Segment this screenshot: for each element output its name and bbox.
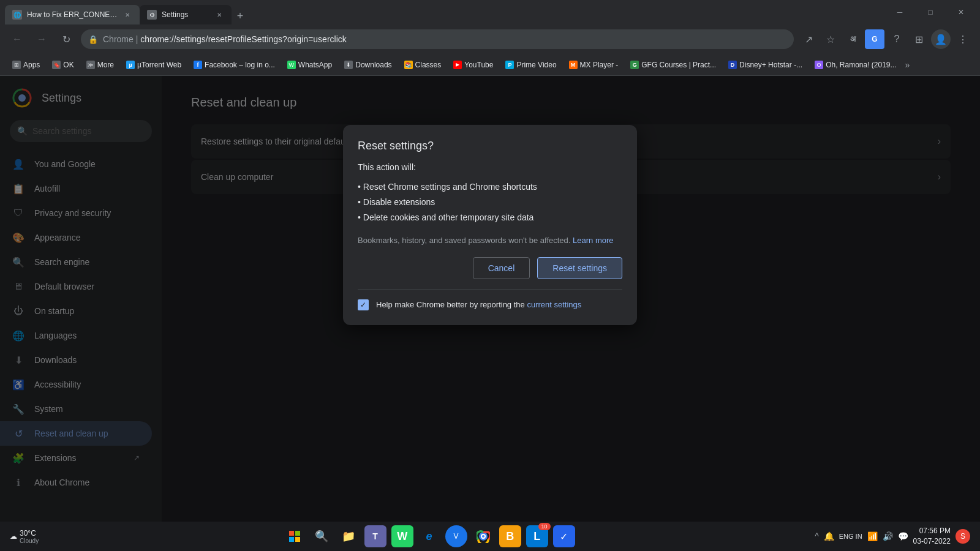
taskbar-vpn-button[interactable]: V [445, 525, 467, 547]
taskbar-whatsapp-icon: W [397, 530, 407, 543]
new-tab-button[interactable]: + [232, 7, 249, 24]
minimize-button[interactable]: ─ [886, 2, 914, 22]
taskbar-teams-button[interactable]: T [364, 525, 386, 547]
taskbar-teams-icon: T [372, 531, 378, 541]
bookmark-utorrent[interactable]: µ µTorrent Web [121, 58, 186, 72]
tab-1-favicon: 🌐 [12, 10, 22, 20]
bookmark-apps-label: Apps [23, 61, 40, 69]
weather-temp: 30°C [20, 529, 39, 538]
bookmark-gfg-icon: G [630, 61, 639, 69]
bookmark-mxplayer[interactable]: M MX Player - [564, 58, 624, 72]
taskbar-clock[interactable]: 07:56 PM 03-07-2022 [913, 526, 951, 547]
cancel-button[interactable]: Cancel [473, 257, 530, 279]
google-password-button[interactable]: G [865, 29, 884, 49]
wifi-icon[interactable]: 📶 [867, 531, 878, 541]
language-indicator[interactable]: ENG IN [839, 533, 862, 540]
taskbar-edge-icon: e [426, 530, 432, 543]
navigation-bar: ← → ↻ 🔒 Chrome | chrome://settings/reset… [0, 24, 980, 54]
bookmark-utorrent-label: µTorrent Web [137, 61, 181, 69]
bookmark-classes[interactable]: 📚 Classes [399, 58, 447, 72]
address-text: Chrome | chrome://settings/resetProfileS… [103, 34, 347, 44]
close-button[interactable]: ✕ [947, 2, 975, 22]
window-controls: ─ □ ✕ [886, 2, 975, 22]
notifications-icon[interactable]: 🔔 [824, 531, 834, 541]
clock-date: 03-07-2022 [913, 536, 951, 547]
bookmark-button[interactable]: ☆ [821, 29, 840, 49]
taskbar-edge-button[interactable]: e [418, 525, 440, 547]
tab-2-title: Settings [162, 10, 209, 19]
svg-rect-3 [295, 531, 300, 536]
maximize-button[interactable]: □ [916, 2, 944, 22]
svg-point-10 [482, 535, 484, 538]
bookmark-youtube[interactable]: ▶ YouTube [448, 58, 498, 72]
reset-settings-button[interactable]: Reset settings [537, 257, 622, 279]
taskbar-search-button[interactable]: 🔍 [311, 525, 333, 547]
address-url: chrome://settings/resetProfileSettings?o… [140, 34, 347, 44]
back-button[interactable]: ← [7, 29, 27, 49]
tab-2-close[interactable]: ✕ [214, 10, 224, 20]
bookmark-whatsapp[interactable]: W WhatsApp [282, 58, 337, 72]
bookmark-downloads-icon: ⬇ [344, 61, 353, 69]
taskbar-store-button[interactable]: B [499, 525, 521, 547]
bookmark-facebook[interactable]: f Facebook – log in o... [189, 58, 280, 72]
bookmark-ok[interactable]: 🔖 OK [47, 58, 78, 72]
bookmark-ok-label: OK [63, 61, 74, 69]
extensions-button[interactable]: ⊞ [909, 29, 929, 49]
start-button[interactable] [284, 525, 306, 547]
bookmarks-bar: ⊞ Apps 🔖 OK ≫ More µ µTorrent Web f Face… [0, 54, 980, 76]
chat-icon[interactable]: 💬 [898, 531, 908, 541]
bookmark-classes-label: Classes [415, 61, 442, 69]
taskbar-center: 🔍 📁 T W e V [46, 525, 812, 547]
bookmark-ramona-icon: O [815, 61, 823, 69]
bookmark-mxplayer-label: MX Player - [580, 61, 619, 69]
dialog-action-2: • Disable extensions [358, 195, 622, 210]
dialog-action-3: • Delete cookies and other temporary sit… [358, 210, 622, 225]
taskbar-whatsapp-button[interactable]: W [391, 525, 413, 547]
reload-button[interactable]: ↻ [56, 29, 76, 49]
weather-condition: Cloudy [20, 538, 39, 544]
help-button[interactable]: ? [887, 29, 907, 49]
translate-button[interactable]: अ [843, 29, 862, 49]
taskbar-tasks-button[interactable]: ✓ [553, 525, 575, 547]
bookmark-prime-icon: P [505, 61, 514, 69]
bookmark-ramona[interactable]: O Oh, Ramona! (2019... [810, 58, 901, 72]
notification-center-button[interactable]: S [956, 529, 970, 544]
dialog-current-settings-link[interactable]: current settings [527, 300, 581, 309]
bookmark-classes-icon: 📚 [404, 61, 413, 69]
menu-button[interactable]: ⋮ [953, 29, 973, 49]
dialog-title: Reset settings? [358, 140, 622, 152]
bookmark-prime[interactable]: P Prime Video [500, 58, 561, 72]
forward-button[interactable]: → [32, 29, 51, 49]
bookmark-whatsapp-icon: W [287, 61, 296, 69]
taskbar-vpn-icon: V [454, 532, 459, 541]
address-bar[interactable]: 🔒 Chrome | chrome://settings/resetProfil… [81, 29, 794, 49]
share-button[interactable]: ↗ [799, 29, 818, 49]
bookmark-facebook-icon: f [194, 61, 202, 69]
volume-icon[interactable]: 🔊 [883, 531, 893, 541]
chevron-up-icon[interactable]: ^ [815, 531, 819, 541]
bookmark-more-label: More [97, 61, 114, 69]
bookmark-apps[interactable]: ⊞ Apps [7, 58, 45, 72]
bookmark-whatsapp-label: WhatsApp [298, 61, 332, 69]
taskbar-explorer-button[interactable]: 📁 [337, 525, 360, 547]
taskbar-mail-button[interactable]: L [526, 525, 548, 547]
bookmark-disney-icon: D [728, 61, 737, 69]
tab-2[interactable]: ⚙ Settings ✕ [140, 5, 232, 24]
bookmark-gfg[interactable]: G GFG Courses | Pract... [625, 58, 721, 72]
bookmark-downloads-label: Downloads [355, 61, 391, 69]
tab-1-close[interactable]: ✕ [123, 10, 132, 20]
tab-1[interactable]: 🌐 How to Fix ERR_CONNECTION_R... ✕ [5, 5, 140, 24]
svg-rect-2 [289, 531, 294, 536]
dialog-learn-more-link[interactable]: Learn more [573, 236, 613, 245]
bookmark-more[interactable]: ≫ More [81, 58, 119, 72]
bookmark-downloads[interactable]: ⬇ Downloads [339, 58, 396, 72]
help-chrome-checkbox[interactable]: ✓ [358, 299, 369, 310]
bookmark-utorrent-icon: µ [126, 61, 135, 69]
bookmark-disney[interactable]: D Disney+ Hotstar -... [723, 58, 807, 72]
nav-icons-right: ↗ ☆ अ G ? ⊞ 👤 ⋮ [799, 29, 973, 49]
taskbar-chrome-button[interactable] [472, 525, 494, 547]
bookmarks-more-icon[interactable]: » [905, 60, 910, 70]
taskbar: ☁ 30°C Cloudy 🔍 📁 T [0, 522, 980, 551]
taskbar-tasks-icon: ✓ [560, 531, 568, 542]
profile-button[interactable]: 👤 [931, 29, 951, 49]
